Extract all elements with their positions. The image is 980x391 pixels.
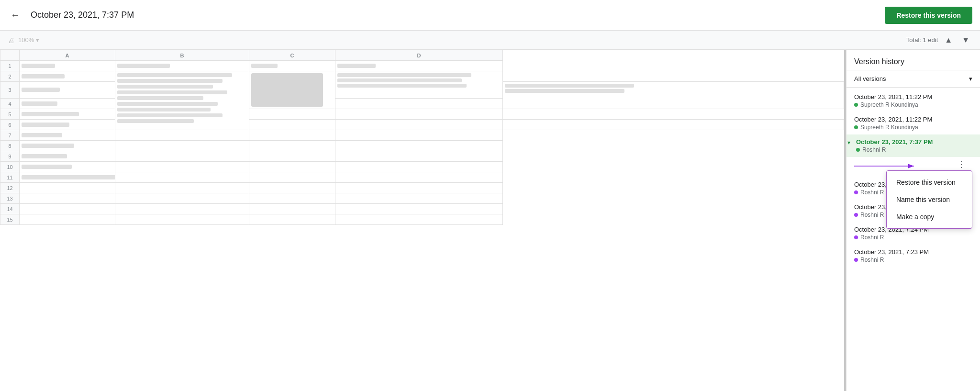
cell[interactable] <box>335 130 503 141</box>
cell[interactable] <box>20 99 115 109</box>
table-row: 9 <box>0 151 844 162</box>
cell[interactable] <box>249 120 335 130</box>
cell[interactable] <box>20 214 115 225</box>
cell[interactable] <box>20 141 115 151</box>
sidebar-title: Version history <box>846 50 980 70</box>
cell[interactable] <box>335 61 503 71</box>
context-copy-item[interactable]: Make a copy <box>887 208 972 225</box>
cell[interactable] <box>335 109 503 120</box>
context-restore-item[interactable]: Restore this version <box>887 174 972 191</box>
cell[interactable] <box>249 130 335 141</box>
cell[interactable] <box>249 71 335 109</box>
cell[interactable] <box>20 204 115 214</box>
zoom-control[interactable]: 100% ▾ <box>18 36 39 44</box>
cell[interactable] <box>20 130 115 141</box>
version-author: Roshni R <box>856 146 972 153</box>
version-item-2[interactable]: October 23, 2021, 11:22 PM Supreeth R Ko… <box>846 112 980 134</box>
author-dot-icon <box>854 190 858 194</box>
cell[interactable] <box>115 162 249 172</box>
cell[interactable] <box>335 204 503 214</box>
version-author: Roshni R <box>854 234 972 241</box>
cell[interactable] <box>20 183 115 193</box>
toolbar: 🖨 100% ▾ Total: 1 edit ▲ ▼ <box>0 31 980 50</box>
back-button[interactable]: ← <box>8 7 23 23</box>
version-item-7[interactable]: October 23, 2021, 7:23 PM Roshni R <box>846 245 980 267</box>
cell[interactable] <box>335 214 503 225</box>
cell[interactable] <box>20 61 115 71</box>
cell[interactable] <box>20 193 115 204</box>
nav-up-button[interactable]: ▲ <box>942 34 955 46</box>
row-num: 15 <box>0 214 20 225</box>
zoom-arrow-icon: ▾ <box>36 36 39 44</box>
cell[interactable] <box>503 82 844 109</box>
cell[interactable] <box>335 193 503 204</box>
restore-button[interactable]: Restore this version <box>885 7 972 24</box>
cell[interactable] <box>335 162 503 172</box>
cell[interactable] <box>115 193 249 204</box>
table-row: 10 <box>0 162 844 172</box>
author-dot-icon <box>854 258 858 262</box>
row-num: 3 <box>0 82 20 99</box>
row-num: 1 <box>0 61 20 71</box>
cell[interactable] <box>249 61 335 71</box>
cell[interactable] <box>20 109 115 120</box>
author-dot-icon <box>854 103 858 107</box>
author-name: Roshni R <box>862 146 886 153</box>
cell[interactable] <box>249 162 335 172</box>
cell[interactable] <box>335 151 503 162</box>
cell[interactable] <box>335 172 503 183</box>
cell[interactable] <box>335 183 503 193</box>
cell[interactable] <box>115 141 249 151</box>
author-name: Roshni R <box>860 189 884 196</box>
version-list: October 23, 2021, 11:22 PM Supreeth R Ko… <box>846 88 980 391</box>
cell[interactable] <box>115 61 249 71</box>
author-name: Supreeth R Koundinya <box>860 101 918 108</box>
cell[interactable] <box>115 130 249 141</box>
cell[interactable] <box>249 141 335 151</box>
table-row: 13 <box>0 193 844 204</box>
nav-down-button[interactable]: ▼ <box>959 34 972 46</box>
cell[interactable] <box>249 214 335 225</box>
cell[interactable] <box>20 151 115 162</box>
cell[interactable] <box>249 151 335 162</box>
version-author: Supreeth R Koundinya <box>854 101 972 108</box>
cell[interactable] <box>115 172 249 183</box>
version-date: October 23, 2021, 11:22 PM <box>854 93 972 101</box>
doc-title: October 23, 2021, 7:37 PM <box>31 10 877 20</box>
three-dot-button[interactable]: ⋮ <box>955 159 968 169</box>
cell[interactable] <box>249 109 335 120</box>
cell[interactable] <box>20 120 115 130</box>
cell[interactable] <box>20 71 115 82</box>
cell[interactable] <box>249 193 335 204</box>
table-row: 11 <box>0 172 844 183</box>
cell[interactable] <box>335 120 503 130</box>
filter-label: All versions <box>854 75 886 82</box>
author-name: Roshni R <box>860 257 884 263</box>
sidebar-filter[interactable]: All versions ▾ <box>846 70 980 88</box>
cell[interactable] <box>20 172 115 183</box>
cell[interactable] <box>249 172 335 183</box>
table-row: 15 <box>0 214 844 225</box>
version-item-1[interactable]: October 23, 2021, 11:22 PM Supreeth R Ko… <box>846 89 980 112</box>
cell[interactable] <box>335 71 503 99</box>
grid-container: A B C D 1 <box>0 50 844 391</box>
author-dot-icon <box>854 213 858 217</box>
version-item-active[interactable]: ▾ October 23, 2021, 7:37 PM Roshni R ⋮ R… <box>846 134 980 157</box>
cell[interactable] <box>335 99 503 109</box>
row-num: 10 <box>0 162 20 172</box>
cell[interactable] <box>115 214 249 225</box>
col-header-d: D <box>335 50 503 61</box>
cell[interactable] <box>503 120 844 130</box>
cell[interactable] <box>115 151 249 162</box>
context-name-item[interactable]: Name this version <box>887 191 972 208</box>
cell[interactable] <box>249 204 335 214</box>
author-dot-icon <box>854 125 858 129</box>
cell[interactable] <box>20 82 115 99</box>
cell[interactable] <box>115 183 249 193</box>
cell[interactable] <box>249 183 335 193</box>
author-dot-icon <box>854 235 858 239</box>
cell[interactable] <box>115 71 249 130</box>
cell[interactable] <box>335 141 503 151</box>
cell[interactable] <box>115 204 249 214</box>
cell[interactable] <box>20 162 115 172</box>
